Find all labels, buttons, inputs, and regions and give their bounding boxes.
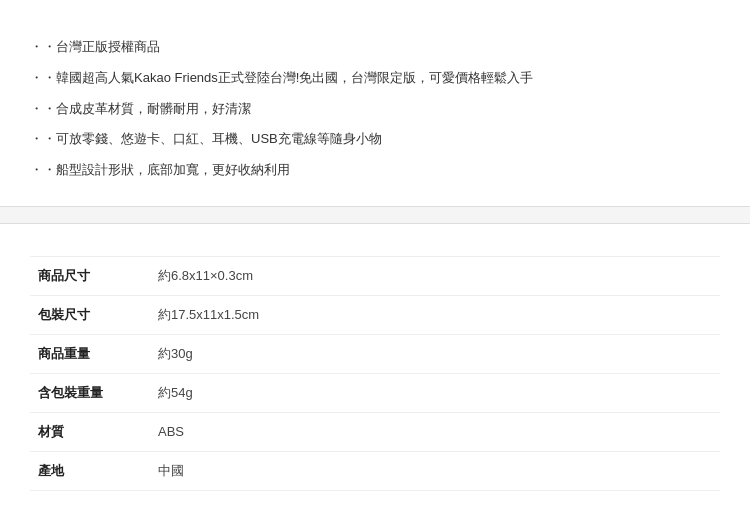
- spec-label: 包裝尺寸: [30, 295, 150, 334]
- spec-label: 材質: [30, 412, 150, 451]
- spec-label: 商品尺寸: [30, 256, 150, 295]
- list-item: ・船型設計形狀，底部加寬，更好收納利用: [30, 155, 720, 186]
- section-gap: [0, 206, 750, 224]
- table-row: 產地中國: [30, 451, 720, 490]
- feature-list: ・台灣正版授權商品 ・韓國超高人氣Kakao Friends正式登陸台灣!免出國…: [30, 32, 720, 186]
- spec-value: 中國: [150, 451, 720, 490]
- page-container: ・台灣正版授權商品 ・韓國超高人氣Kakao Friends正式登陸台灣!免出國…: [0, 0, 750, 510]
- spec-value: 約6.8x11×0.3cm: [150, 256, 720, 295]
- list-item: ・可放零錢、悠遊卡、口紅、耳機、USB充電線等隨身小物: [30, 124, 720, 155]
- table-row: 含包裝重量約54g: [30, 373, 720, 412]
- spec-label: 產地: [30, 451, 150, 490]
- spec-label: 商品重量: [30, 334, 150, 373]
- spec-table: 商品尺寸約6.8x11×0.3cm包裝尺寸約17.5x11x1.5cm商品重量約…: [30, 256, 720, 491]
- features-section: ・台灣正版授權商品 ・韓國超高人氣Kakao Friends正式登陸台灣!免出國…: [0, 0, 750, 206]
- list-item: ・台灣正版授權商品: [30, 32, 720, 63]
- table-row: 商品尺寸約6.8x11×0.3cm: [30, 256, 720, 295]
- list-item: ・合成皮革材質，耐髒耐用，好清潔: [30, 94, 720, 125]
- specification-section: 商品尺寸約6.8x11×0.3cm包裝尺寸約17.5x11x1.5cm商品重量約…: [0, 224, 750, 510]
- table-row: 包裝尺寸約17.5x11x1.5cm: [30, 295, 720, 334]
- spec-value: 約54g: [150, 373, 720, 412]
- spec-value: 約30g: [150, 334, 720, 373]
- spec-label: 含包裝重量: [30, 373, 150, 412]
- table-row: 商品重量約30g: [30, 334, 720, 373]
- table-row: 材質ABS: [30, 412, 720, 451]
- spec-value: ABS: [150, 412, 720, 451]
- spec-value: 約17.5x11x1.5cm: [150, 295, 720, 334]
- list-item: ・韓國超高人氣Kakao Friends正式登陸台灣!免出國，台灣限定版，可愛價…: [30, 63, 720, 94]
